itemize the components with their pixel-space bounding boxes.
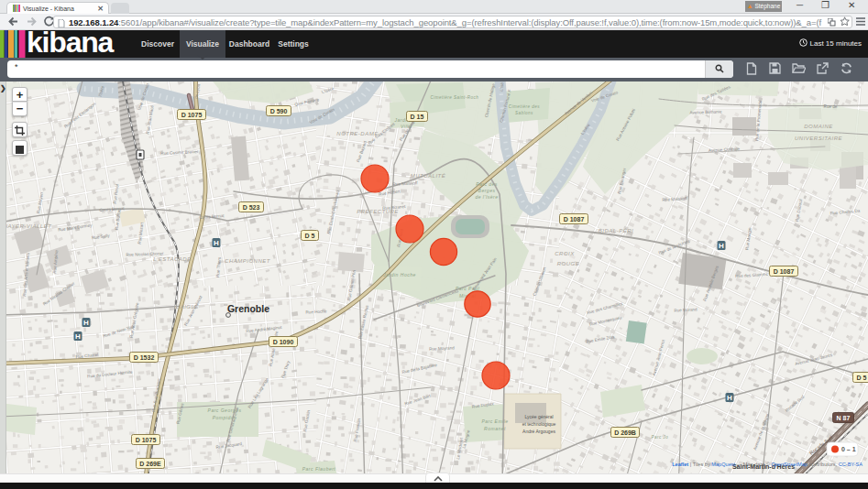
svg-text:Lycée général: Lycée général	[524, 414, 553, 419]
svg-text:L'Isè: L'Isè	[500, 82, 505, 91]
svg-text:D 1087: D 1087	[774, 268, 795, 275]
svg-text:Jardin Hoche: Jardin Hoche	[382, 272, 415, 277]
svg-text:D 269B: D 269B	[614, 429, 636, 436]
svg-text:Parc Emile: Parc Emile	[481, 418, 508, 424]
svg-text:NOTRE-DAME: NOTRE-DAME	[336, 131, 379, 136]
svg-text:André Argouges: André Argouges	[522, 429, 555, 434]
svg-text:H: H	[75, 332, 81, 341]
svg-text:UNIVERSITAIRE: UNIVERSITAIRE	[795, 136, 843, 141]
svg-text:Grenoble: Grenoble	[227, 303, 269, 314]
svg-text:ROUGE: ROUGE	[557, 261, 580, 266]
svg-text:BIDAL-PÉRI: BIDAL-PÉRI	[599, 228, 633, 234]
svg-text:de l'Isère: de l'Isère	[475, 194, 498, 200]
svg-text:N 87: N 87	[837, 415, 851, 421]
svg-text:D 523: D 523	[243, 204, 260, 211]
svg-text:D 269E: D 269E	[139, 461, 161, 467]
svg-text:CHAMPIONNET: CHAMPIONNET	[225, 258, 271, 264]
svg-text:Parc des: Parc des	[476, 181, 498, 187]
svg-text:D 1075: D 1075	[136, 437, 157, 443]
svg-text:H: H	[727, 394, 732, 402]
svg-text:H: H	[83, 319, 89, 327]
svg-text:Sablons: Sablons	[515, 111, 533, 115]
svg-text:Romanet: Romanet	[484, 426, 506, 431]
svg-text:Cimetière Saint-Roch: Cimetière Saint-Roch	[431, 95, 479, 100]
svg-text:MUTUALITÉ: MUTUALITÉ	[411, 173, 446, 179]
svg-text:D 5: D 5	[305, 233, 315, 239]
svg-text:Parc Jo: Parc Jo	[652, 435, 669, 440]
svg-text:Berges: Berges	[478, 188, 496, 193]
svg-text:HAYER-VIALLET: HAYER-VIALLET	[4, 223, 53, 229]
svg-text:D 15: D 15	[411, 114, 424, 120]
svg-text:0 – 1: 0 – 1	[841, 446, 856, 452]
svg-text:H: H	[214, 239, 219, 247]
svg-text:D 1532: D 1532	[134, 354, 155, 361]
svg-text:DOMAINE: DOMAINE	[804, 124, 833, 129]
svg-text:CROIX: CROIX	[555, 251, 575, 256]
svg-text:D 1090: D 1090	[273, 339, 294, 345]
svg-text:D 5: D 5	[857, 375, 867, 381]
svg-text:D 1075: D 1075	[181, 112, 203, 118]
svg-text:Cimetière des: Cimetière des	[509, 104, 541, 109]
svg-text:D 1087: D 1087	[564, 216, 585, 223]
svg-text:Rue de: Rue de	[824, 104, 838, 109]
svg-text:L'ESTACADE: L'ESTACADE	[153, 256, 192, 262]
svg-text:Leaflet | Tiles by MapQuest —: Leaflet | Tiles by MapQuest — Map data ©…	[672, 462, 863, 467]
svg-text:H: H	[719, 242, 724, 250]
svg-text:et technologique: et technologique	[522, 421, 556, 427]
svg-text:D 590: D 590	[270, 108, 288, 114]
svg-text:Parc Flaubert: Parc Flaubert	[302, 466, 336, 472]
